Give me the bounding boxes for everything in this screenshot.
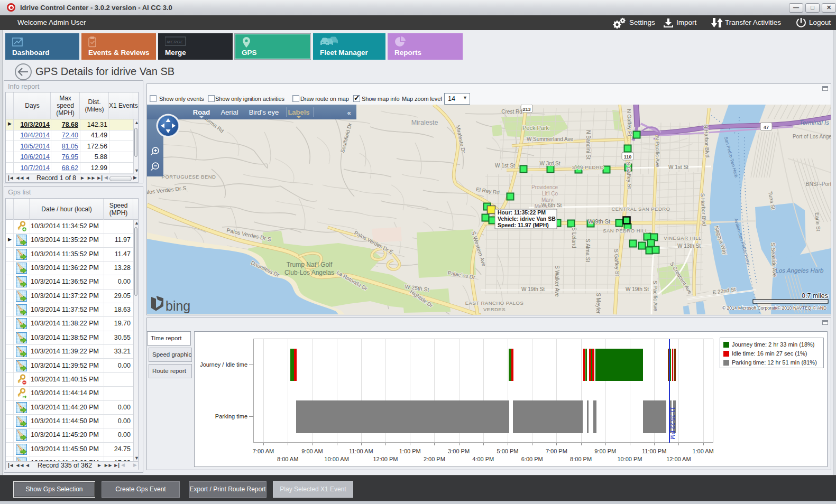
svg-text:© 2010 NAVTEQ: © 2010 NAVTEQ [777,305,812,311]
svg-text:W 13th St: W 13th St [677,243,701,249]
svg-text:W 3rd St: W 3rd St [540,161,561,166]
svg-text:N Pacific Ave: N Pacific Ave [654,136,660,167]
svg-text:«: « [347,109,351,117]
svg-text:Peck Park: Peck Park [522,125,549,131]
svg-text:SAN PEDRO: SAN PEDRO [572,164,604,170]
svg-text:W 1st St: W 1st St [668,164,688,170]
svg-text:Vehicle: idrive Van SB: Vehicle: idrive Van SB [498,216,556,222]
svg-text:N Bandini St: N Bandini St [585,130,591,160]
svg-text:W 19th St: W 19th St [521,286,545,292]
svg-text:Bird's eye: Bird's eye [249,108,279,116]
svg-text:Los Angeles Harb: Los Angeles Harb [776,267,824,274]
svg-text:S Pacific Ave: S Pacific Ave [652,281,658,312]
svg-text:47: 47 [764,125,769,130]
svg-text:Labels: Labels [288,108,309,116]
svg-text:Terminal Is: Terminal Is [800,119,829,126]
svg-text:MERGE: MERGE [167,40,184,44]
svg-text:N Gaffey Pl: N Gaffey Pl [626,109,633,136]
svg-text:Trump Nat'l Golf: Trump Nat'l Golf [287,261,333,268]
svg-text:S Meyler St: S Meyler St [595,293,601,315]
svg-text:S Alma St: S Alma St [585,239,591,262]
svg-text:W 6th St: W 6th St [541,202,562,208]
svg-text:Hour: 11:35:22 PM: Hour: 11:35:22 PM [498,209,546,216]
svg-text:SAN PEDRO HILL: SAN PEDRO HILL [603,228,648,234]
svg-text:W 19th St: W 19th St [626,286,649,292]
svg-text:VINEGAR HILL: VINEGAR HILL [664,235,701,241]
svg-text:110: 110 [624,154,632,160]
svg-text:Aerial: Aerial [221,108,238,116]
svg-text:W Summerland Ave: W Summerland Ave [527,136,574,142]
svg-text:Providence: Providence [531,184,558,190]
svg-text:W 1st St: W 1st St [495,163,515,169]
svg-text:Road: Road [193,108,210,116]
svg-text:S Walker Ave: S Walker Ave [554,265,560,297]
svg-text:© AND: © AND [813,305,826,311]
svg-text:© 2014 Microsoft Corporation: © 2014 Microsoft Corporation [722,305,781,311]
svg-text:Club-Los Angelas: Club-Los Angelas [284,269,334,276]
svg-text:Port of Los Angel: Port of Los Angel [793,134,831,139]
svg-text:S Leland: S Leland [571,227,577,248]
svg-text:Crest Rd: Crest Rd [501,109,522,115]
svg-text:213: 213 [522,107,530,112]
svg-text:W 9th St: W 9th St [588,218,610,225]
svg-text:PORTUGUESE BEND: PORTUGUESE BEND [162,174,216,180]
svg-text:0.7 miles: 0.7 miles [802,292,828,300]
svg-text:BNSF-Port: BNSF-Port [806,181,831,187]
svg-text:Speed: 11.97 (MPH): Speed: 11.97 (MPH) [498,222,549,228]
svg-text:Lit'l Co: Lit'l Co [542,191,558,197]
svg-text:VERDES: VERDES [483,306,506,312]
svg-text:Miraleste: Miraleste [411,119,438,126]
svg-text:CENTRAL SAN PEDRO: CENTRAL SAN PEDRO [611,206,670,212]
svg-text:bing: bing [166,298,190,313]
svg-text:EAST RANCHO PALOS: EAST RANCHO PALOS [465,300,524,306]
